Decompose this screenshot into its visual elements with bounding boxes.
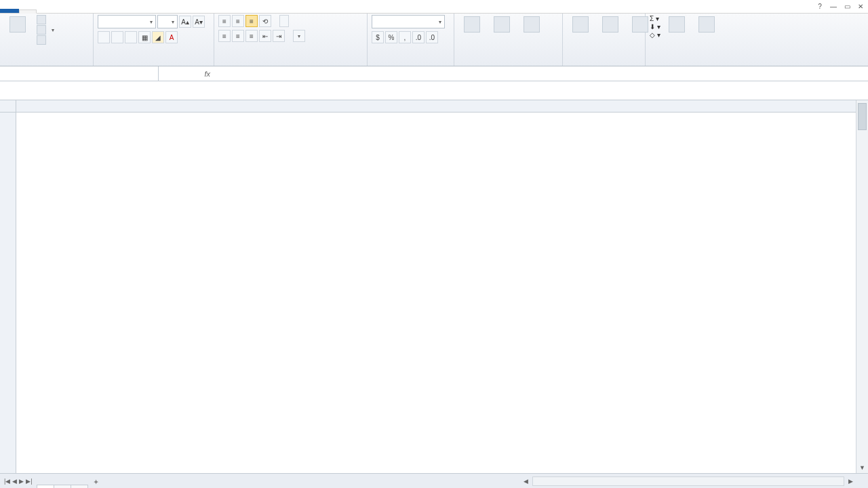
restore-icon[interactable]: ▭ <box>842 1 852 11</box>
sort-icon <box>669 16 685 33</box>
tab-data[interactable] <box>85 10 102 13</box>
border-button[interactable]: ▦ <box>138 31 151 43</box>
insert-cells-button[interactable] <box>567 15 594 35</box>
ribbon: ▾ ▾ ▾ A▴ A▾ ▦ ◢ A <box>0 14 868 66</box>
cut-button[interactable] <box>34 15 57 24</box>
hscroll-left-icon[interactable]: ◀ <box>521 478 531 485</box>
align-left-button[interactable]: ≡ <box>218 30 231 42</box>
vertical-scrollbar[interactable]: ▲ ▼ <box>856 100 868 473</box>
new-sheet-button[interactable]: ✦ <box>87 476 104 488</box>
group-label-styles <box>458 64 558 66</box>
tab-file[interactable] <box>0 9 19 13</box>
number-format-select[interactable]: ▾ <box>372 15 445 28</box>
fx-icon[interactable]: fx <box>159 66 214 81</box>
column-headers[interactable] <box>16 100 856 113</box>
sheet-prev-icon[interactable]: ◀ <box>12 478 17 485</box>
window-controls: ? — ▭ ✕ <box>815 1 865 11</box>
grow-font-button[interactable]: A▴ <box>179 16 191 28</box>
formula-bar: fx <box>0 66 868 81</box>
sheet-nav[interactable]: |◀ ◀ ▶ ▶| <box>0 474 37 488</box>
clear-button[interactable]: ◇ ▾ <box>650 31 660 39</box>
delete-icon <box>602 16 618 33</box>
name-box-input[interactable] <box>0 66 158 81</box>
bold-button[interactable] <box>98 31 110 43</box>
formula-expand-area <box>0 81 868 100</box>
table-icon <box>494 16 510 33</box>
sheet-tabs: ✦ <box>37 474 104 488</box>
decrease-decimal-button[interactable]: .0 <box>426 31 438 43</box>
font-name-select[interactable]: ▾ <box>98 15 156 28</box>
autosum-button[interactable]: Σ ▾ <box>650 15 660 22</box>
font-color-button[interactable]: A <box>165 31 178 43</box>
cell-styles-icon <box>524 16 540 33</box>
group-label-clipboard <box>4 64 89 66</box>
underline-button[interactable] <box>125 31 137 43</box>
find-icon <box>698 16 715 33</box>
cell-styles-button[interactable] <box>518 15 545 35</box>
italic-button[interactable] <box>111 31 123 43</box>
tab-page-layout[interactable] <box>53 10 69 13</box>
group-number: ▾ $ % , .0 .0 <box>368 14 454 66</box>
sheet-last-icon[interactable]: ▶| <box>26 478 32 485</box>
format-as-table-button[interactable] <box>488 15 515 35</box>
help-icon[interactable]: ? <box>815 1 825 11</box>
tab-addins[interactable] <box>134 10 151 13</box>
sheet-tab-examination[interactable] <box>54 485 71 488</box>
font-size-select[interactable]: ▾ <box>157 15 178 28</box>
minimize-icon[interactable]: — <box>829 1 838 11</box>
cells-area[interactable] <box>16 113 856 473</box>
conditional-formatting-button[interactable] <box>458 15 486 35</box>
format-painter-button[interactable] <box>34 35 57 45</box>
scroll-down-icon[interactable]: ▼ <box>856 462 868 473</box>
wrap-text-button[interactable] <box>279 15 289 27</box>
align-right-button[interactable]: ≡ <box>245 30 258 42</box>
name-box[interactable] <box>0 66 159 81</box>
select-all-corner[interactable] <box>0 100 16 113</box>
fill-color-button[interactable]: ◢ <box>152 31 164 43</box>
sheet-next-icon[interactable]: ▶ <box>19 478 24 485</box>
sheet-tab-charts[interactable] <box>71 485 88 488</box>
increase-indent-button[interactable]: ⇥ <box>273 30 285 42</box>
row-headers[interactable] <box>0 113 16 473</box>
scroll-thumb[interactable] <box>858 103 867 130</box>
sort-filter-button[interactable] <box>663 15 690 35</box>
group-label-font <box>98 64 210 66</box>
ribbon-tabs: ? — ▭ ✕ <box>0 0 868 14</box>
align-top-button[interactable]: ≡ <box>218 15 231 27</box>
horizontal-scrollbar[interactable]: ◀ ▶ <box>104 474 868 488</box>
scissors-icon <box>37 15 46 24</box>
tab-formulas[interactable] <box>69 10 85 13</box>
sheet-first-icon[interactable]: |◀ <box>4 478 10 485</box>
cond-format-icon <box>464 16 480 33</box>
merge-center-button[interactable]: ▾ <box>293 30 305 42</box>
group-font: ▾ ▾ A▴ A▾ ▦ ◢ A <box>94 14 214 66</box>
delete-cells-button[interactable] <box>597 15 624 35</box>
align-middle-button[interactable]: ≡ <box>232 15 244 27</box>
sheet-bar: |◀ ◀ ▶ ▶| ✦ ◀ ▶ <box>0 473 868 488</box>
close-icon[interactable]: ✕ <box>856 1 865 11</box>
group-label-alignment <box>218 64 363 66</box>
find-select-button[interactable] <box>693 15 720 35</box>
sheet-tab-cash-flow[interactable] <box>37 485 54 488</box>
comma-format-button[interactable]: , <box>399 31 411 43</box>
decrease-indent-button[interactable]: ⇤ <box>259 30 271 42</box>
tab-insert[interactable] <box>37 10 53 13</box>
hscroll-right-icon[interactable]: ▶ <box>846 478 856 485</box>
shrink-font-button[interactable]: A▾ <box>193 16 205 28</box>
orientation-button[interactable]: ⟲ <box>259 15 271 27</box>
tab-review[interactable] <box>102 10 118 13</box>
percent-format-button[interactable]: % <box>385 31 397 43</box>
copy-button[interactable]: ▾ <box>34 25 57 35</box>
fill-button[interactable]: ⬇ ▾ <box>650 23 660 30</box>
group-alignment: ≡ ≡ ≡ ⟲ ≡ ≡ ≡ ⇤ ⇥ ▾ <box>214 14 368 66</box>
copy-icon <box>37 25 46 35</box>
formula-input[interactable] <box>214 66 868 81</box>
accounting-format-button[interactable]: $ <box>372 31 384 43</box>
increase-decimal-button[interactable]: .0 <box>412 31 425 43</box>
hscroll-track[interactable] <box>532 476 844 486</box>
align-bottom-button[interactable]: ≡ <box>245 15 258 27</box>
align-center-button[interactable]: ≡ <box>232 30 244 42</box>
spreadsheet-grid[interactable]: ▲ ▼ <box>0 100 868 473</box>
tab-view[interactable] <box>118 10 134 13</box>
paste-button[interactable] <box>4 15 31 35</box>
